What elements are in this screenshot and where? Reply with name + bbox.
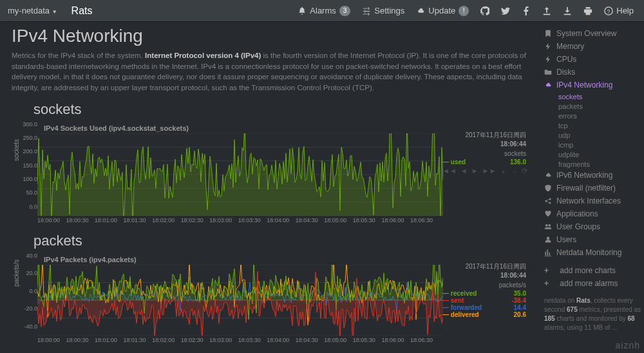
- sidebar-sub-tcp[interactable]: tcp: [558, 120, 641, 130]
- watermark: aiznh: [616, 340, 640, 350]
- brand-dropdown[interactable]: my-netdata ▼: [5, 6, 64, 15]
- settings-button[interactable]: Settings: [357, 0, 410, 22]
- users-icon: [544, 223, 552, 231]
- bolt-icon: [544, 43, 552, 50]
- chart-packets-canvas[interactable]: 2017年11月16日周四 18:06:44 packets/s receive…: [37, 265, 526, 336]
- shield-icon: [544, 184, 552, 192]
- heart-icon: [544, 210, 552, 218]
- folder-icon: [544, 68, 552, 76]
- host-name: Rats: [71, 5, 93, 17]
- svg-point-19: [548, 224, 551, 227]
- sidebar-sub-sockets[interactable]: sockets: [558, 91, 641, 101]
- svg-text:?: ?: [607, 8, 611, 14]
- sidebar-sub-icmp[interactable]: icmp: [558, 140, 641, 149]
- sidebar-sub-udplite[interactable]: udplite: [558, 149, 641, 159]
- section-packets-title: packets: [33, 233, 526, 249]
- page-description: Metrics for the IPv4 stack of the system…: [12, 50, 526, 93]
- user-icon: [544, 236, 552, 243]
- svg-point-16: [549, 198, 551, 200]
- sidebar-sub-udp[interactable]: udp: [558, 130, 641, 140]
- share-icon: [544, 197, 552, 205]
- sidebar-item-system-overview[interactable]: System Overview: [544, 27, 641, 40]
- sidebar-sub-packets[interactable]: packets: [558, 101, 641, 111]
- chart-toolbox[interactable]: ◄◄◄►►►＋－⟳: [442, 167, 526, 176]
- help-icon: ?: [604, 6, 613, 15]
- page-title: IPv4 Networking: [12, 26, 526, 46]
- svg-point-17: [549, 202, 551, 204]
- sidebar-sub-fragments[interactable]: fragments: [558, 159, 641, 169]
- sidebar-item-network-interfaces[interactable]: Network Interfaces: [544, 195, 641, 207]
- print-icon: [583, 6, 592, 15]
- add-alarms-link[interactable]: + add more alarms: [544, 277, 641, 290]
- sidebar-item-cpus[interactable]: CPUs: [544, 53, 641, 66]
- bolt-icon: [544, 55, 552, 63]
- add-charts-link[interactable]: + add more charts: [544, 264, 641, 277]
- sliders-icon: [362, 6, 371, 15]
- sidebar-item-applications[interactable]: Applications: [544, 207, 641, 220]
- upload-button[interactable]: [537, 0, 556, 22]
- facebook-icon: [522, 6, 531, 15]
- update-badge: !: [459, 6, 469, 16]
- twitter-link[interactable]: [496, 0, 515, 22]
- download-icon: [563, 6, 572, 15]
- sidebar-item-user-groups[interactable]: User Groups: [544, 220, 641, 233]
- svg-point-18: [545, 224, 548, 227]
- sidebar-item-firewall-netfilter-[interactable]: Firewall (netfilter): [544, 182, 641, 195]
- sidebar-item-ipv6-networking[interactable]: IPv6 Networking: [544, 169, 641, 182]
- sidebar-footer: netdata on Rats, collects every second 6…: [544, 296, 641, 332]
- cloud-icon: [544, 171, 552, 179]
- github-link[interactable]: [475, 0, 495, 22]
- sidebar-item-netdata-monitoring[interactable]: Netdata Monitoring: [544, 246, 641, 259]
- chart-sockets-legend[interactable]: 2017年11月16日周四 18:06:44 sockets used136.0…: [442, 131, 526, 176]
- barchart-icon: [544, 249, 552, 256]
- download-button[interactable]: [558, 0, 577, 22]
- sidebar-item-memory[interactable]: Memory: [544, 40, 641, 53]
- help-button[interactable]: ? Help: [599, 0, 639, 22]
- bell-icon: [298, 6, 307, 15]
- chart-packets-ylabel: packets/s: [13, 259, 20, 286]
- chart-sockets-canvas[interactable]: 2017年11月16日周四 18:06:44 sockets used136.0…: [37, 133, 526, 216]
- section-sockets-title: sockets: [33, 101, 526, 118]
- upload-icon: [542, 6, 551, 15]
- cloud-icon: [544, 81, 552, 89]
- update-button[interactable]: Update!: [411, 0, 474, 22]
- chart-sockets-ylabel: sockets: [13, 139, 20, 161]
- sidebar-item-users[interactable]: Users: [544, 233, 641, 246]
- top-nav: my-netdata ▼ Rats Alarms3 Settings Updat…: [0, 0, 644, 22]
- chart-packets-legend[interactable]: 2017年11月16日周四 18:06:44 packets/s receive…: [442, 262, 526, 318]
- print-button[interactable]: [578, 0, 598, 22]
- alarms-count-badge: 3: [339, 6, 351, 16]
- bookmark-icon: [544, 30, 552, 37]
- sidebar: System OverviewMemoryCPUsDisksIPv4 Netwo…: [538, 22, 644, 353]
- facebook-link[interactable]: [516, 0, 536, 22]
- main-content: IPv4 Networking Metrics for the IPv4 sta…: [0, 22, 538, 353]
- chart-packets: IPv4 Packets (ipv4.packets) packets/s 40…: [12, 256, 526, 343]
- twitter-icon: [501, 6, 510, 15]
- cloud-download-icon: [416, 6, 425, 15]
- chart-sockets: IPv4 Sockets Used (ipv4.sockstat_sockets…: [12, 124, 526, 224]
- github-icon: [480, 6, 489, 15]
- alarms-button[interactable]: Alarms3: [292, 0, 355, 22]
- sidebar-item-ipv4-networking[interactable]: IPv4 Networking: [544, 79, 641, 91]
- sidebar-item-disks[interactable]: Disks: [544, 66, 641, 79]
- sidebar-sub-errors[interactable]: errors: [558, 111, 641, 120]
- svg-point-20: [547, 237, 550, 240]
